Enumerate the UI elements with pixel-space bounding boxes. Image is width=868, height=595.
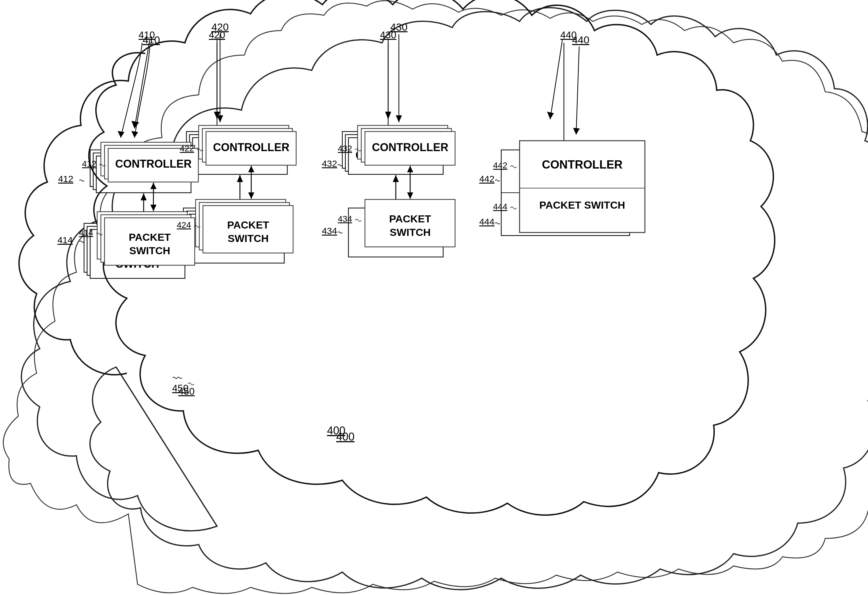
controller-422-text: CONTROLLER xyxy=(213,141,289,154)
ref-420: 420 xyxy=(211,21,229,33)
svg-marker-62 xyxy=(573,128,580,135)
controller-432-text: CONTROLLER xyxy=(372,141,448,154)
ref-444: 444 xyxy=(493,202,507,212)
ref-414: 414 xyxy=(79,228,93,237)
ref-442: 442 xyxy=(493,161,507,170)
svg-marker-60 xyxy=(217,115,223,122)
ref-450: 450 xyxy=(178,386,194,397)
ref-400: 400 xyxy=(336,431,354,443)
svg-marker-59 xyxy=(131,131,138,138)
ref-410: 410 xyxy=(143,34,160,46)
controller-412-text: CONTROLLER xyxy=(115,158,192,170)
combined-442 xyxy=(520,141,645,232)
ref-412: 412 xyxy=(82,159,96,169)
svg-marker-68 xyxy=(248,192,254,199)
svg-marker-67 xyxy=(248,166,254,172)
ps-422-text2: SWITCH xyxy=(228,232,269,244)
ref-424: 424 xyxy=(177,220,191,230)
ref-434: 434 xyxy=(338,214,352,223)
ps-412-text1: PACKET xyxy=(129,231,171,243)
ps-432-text1: PACKET xyxy=(389,213,431,225)
ps-442-text1: PACKET SWITCH xyxy=(539,199,625,211)
ps-422-text1: PACKET xyxy=(227,219,269,231)
ps-432-text2: SWITCH xyxy=(390,226,431,238)
svg-marker-64 xyxy=(151,183,156,189)
svg-marker-65 xyxy=(151,205,156,211)
ref-422: 422 xyxy=(180,144,194,153)
ref-430: 430 xyxy=(390,21,408,33)
svg-marker-61 xyxy=(396,115,402,122)
controller-442-text: CONTROLLER xyxy=(542,158,623,171)
svg-marker-70 xyxy=(407,166,413,172)
ref-440: 440 xyxy=(572,34,590,46)
svg-marker-71 xyxy=(407,192,413,199)
ps-412-text2: SWITCH xyxy=(129,245,170,256)
ref-432: 432 xyxy=(338,144,352,153)
